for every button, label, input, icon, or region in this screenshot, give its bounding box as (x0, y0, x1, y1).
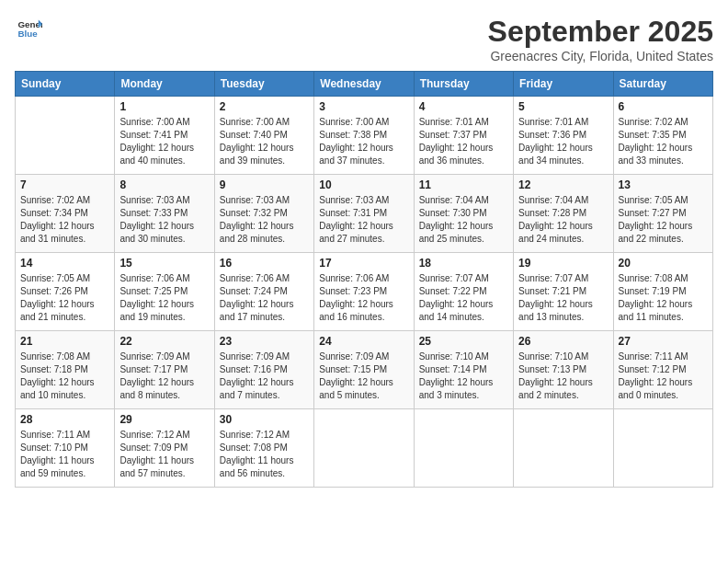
day-number: 23 (220, 335, 309, 348)
calendar-cell: 21Sunrise: 7:08 AM Sunset: 7:18 PM Dayli… (16, 331, 115, 409)
calendar-week-row: 28Sunrise: 7:11 AM Sunset: 7:10 PM Dayli… (16, 409, 713, 488)
calendar-cell: 28Sunrise: 7:11 AM Sunset: 7:10 PM Dayli… (16, 409, 115, 488)
calendar-cell: 17Sunrise: 7:06 AM Sunset: 7:23 PM Dayli… (314, 253, 414, 331)
day-number: 16 (220, 257, 309, 270)
calendar-cell: 26Sunrise: 7:10 AM Sunset: 7:13 PM Dayli… (514, 331, 613, 409)
day-info: Sunrise: 7:06 AM Sunset: 7:25 PM Dayligh… (119, 272, 209, 324)
day-number: 11 (419, 178, 508, 191)
month-title: September 2025 (488, 15, 713, 49)
day-info: Sunrise: 7:04 AM Sunset: 7:30 PM Dayligh… (419, 194, 508, 246)
calendar-cell (514, 409, 613, 488)
calendar-cell: 10Sunrise: 7:03 AM Sunset: 7:31 PM Dayli… (314, 175, 414, 253)
day-info: Sunrise: 7:11 AM Sunset: 7:12 PM Dayligh… (619, 350, 708, 402)
day-number: 26 (518, 335, 608, 348)
day-number: 18 (419, 257, 508, 270)
day-info: Sunrise: 7:10 AM Sunset: 7:13 PM Dayligh… (518, 350, 608, 402)
day-info: Sunrise: 7:08 AM Sunset: 7:19 PM Dayligh… (619, 272, 708, 324)
day-info: Sunrise: 7:06 AM Sunset: 7:24 PM Dayligh… (220, 272, 309, 324)
weekday-header-cell: Sunday (16, 72, 115, 97)
day-info: Sunrise: 7:02 AM Sunset: 7:34 PM Dayligh… (20, 194, 109, 246)
day-number: 22 (119, 335, 209, 348)
day-number: 17 (319, 257, 408, 270)
calendar-cell: 12Sunrise: 7:04 AM Sunset: 7:28 PM Dayli… (514, 175, 613, 253)
calendar-cell: 19Sunrise: 7:07 AM Sunset: 7:21 PM Dayli… (514, 253, 613, 331)
calendar-cell: 24Sunrise: 7:09 AM Sunset: 7:15 PM Dayli… (314, 331, 414, 409)
day-number: 13 (619, 178, 708, 191)
calendar-cell: 18Sunrise: 7:07 AM Sunset: 7:22 PM Dayli… (414, 253, 513, 331)
day-info: Sunrise: 7:07 AM Sunset: 7:21 PM Dayligh… (518, 272, 608, 324)
day-info: Sunrise: 7:00 AM Sunset: 7:40 PM Dayligh… (220, 116, 309, 167)
day-number: 24 (319, 335, 408, 348)
day-number: 9 (220, 178, 309, 191)
day-number: 20 (619, 257, 708, 270)
day-info: Sunrise: 7:05 AM Sunset: 7:26 PM Dayligh… (20, 272, 109, 324)
weekday-header-cell: Saturday (613, 72, 712, 97)
day-number: 27 (619, 335, 708, 348)
calendar-cell: 7Sunrise: 7:02 AM Sunset: 7:34 PM Daylig… (16, 175, 115, 253)
calendar-cell: 29Sunrise: 7:12 AM Sunset: 7:09 PM Dayli… (115, 409, 214, 488)
day-number: 30 (220, 413, 309, 426)
calendar-cell: 27Sunrise: 7:11 AM Sunset: 7:12 PM Dayli… (613, 331, 712, 409)
day-number: 1 (119, 100, 209, 113)
day-number: 25 (419, 335, 508, 348)
day-info: Sunrise: 7:01 AM Sunset: 7:36 PM Dayligh… (518, 116, 608, 167)
location: Greenacres City, Florida, United States (488, 49, 713, 63)
weekday-header-cell: Monday (115, 72, 214, 97)
day-info: Sunrise: 7:04 AM Sunset: 7:28 PM Dayligh… (518, 194, 608, 246)
day-info: Sunrise: 7:05 AM Sunset: 7:27 PM Dayligh… (619, 194, 708, 246)
day-info: Sunrise: 7:01 AM Sunset: 7:37 PM Dayligh… (419, 116, 508, 167)
day-info: Sunrise: 7:03 AM Sunset: 7:33 PM Dayligh… (119, 194, 209, 246)
logo: General Blue (15, 15, 42, 44)
day-info: Sunrise: 7:07 AM Sunset: 7:22 PM Dayligh… (419, 272, 508, 324)
calendar-cell (314, 409, 414, 488)
day-info: Sunrise: 7:10 AM Sunset: 7:14 PM Dayligh… (419, 350, 508, 402)
calendar-cell: 15Sunrise: 7:06 AM Sunset: 7:25 PM Dayli… (115, 253, 214, 331)
calendar-cell: 6Sunrise: 7:02 AM Sunset: 7:35 PM Daylig… (613, 97, 712, 175)
day-number: 28 (20, 413, 109, 426)
day-number: 3 (319, 100, 408, 113)
day-number: 8 (119, 178, 209, 191)
day-info: Sunrise: 7:09 AM Sunset: 7:15 PM Dayligh… (319, 350, 408, 402)
day-number: 14 (20, 257, 109, 270)
weekday-header-cell: Tuesday (214, 72, 313, 97)
day-number: 5 (518, 100, 608, 113)
day-info: Sunrise: 7:00 AM Sunset: 7:38 PM Dayligh… (319, 116, 408, 167)
calendar-cell: 13Sunrise: 7:05 AM Sunset: 7:27 PM Dayli… (613, 175, 712, 253)
calendar-table: SundayMondayTuesdayWednesdayThursdayFrid… (15, 71, 713, 488)
calendar-cell (613, 409, 712, 488)
day-number: 29 (119, 413, 209, 426)
weekday-header-cell: Wednesday (314, 72, 414, 97)
calendar-cell (16, 97, 115, 175)
calendar-cell (414, 409, 513, 488)
calendar-cell: 8Sunrise: 7:03 AM Sunset: 7:33 PM Daylig… (115, 175, 214, 253)
calendar-week-row: 21Sunrise: 7:08 AM Sunset: 7:18 PM Dayli… (16, 331, 713, 409)
weekday-header-cell: Friday (514, 72, 613, 97)
calendar-cell: 16Sunrise: 7:06 AM Sunset: 7:24 PM Dayli… (214, 253, 313, 331)
weekday-header-row: SundayMondayTuesdayWednesdayThursdayFrid… (16, 72, 713, 97)
title-block: September 2025 Greenacres City, Florida,… (488, 15, 713, 63)
day-number: 19 (518, 257, 608, 270)
day-number: 12 (518, 178, 608, 191)
calendar-cell: 9Sunrise: 7:03 AM Sunset: 7:32 PM Daylig… (214, 175, 313, 253)
calendar-cell: 1Sunrise: 7:00 AM Sunset: 7:41 PM Daylig… (115, 97, 214, 175)
day-info: Sunrise: 7:06 AM Sunset: 7:23 PM Dayligh… (319, 272, 408, 324)
day-info: Sunrise: 7:08 AM Sunset: 7:18 PM Dayligh… (20, 350, 109, 402)
calendar-week-row: 14Sunrise: 7:05 AM Sunset: 7:26 PM Dayli… (16, 253, 713, 331)
calendar-cell: 5Sunrise: 7:01 AM Sunset: 7:36 PM Daylig… (514, 97, 613, 175)
day-info: Sunrise: 7:00 AM Sunset: 7:41 PM Dayligh… (119, 116, 209, 167)
day-number: 2 (220, 100, 309, 113)
calendar-cell: 30Sunrise: 7:12 AM Sunset: 7:08 PM Dayli… (214, 409, 313, 488)
day-info: Sunrise: 7:12 AM Sunset: 7:08 PM Dayligh… (220, 429, 309, 480)
day-info: Sunrise: 7:02 AM Sunset: 7:35 PM Dayligh… (619, 116, 708, 167)
svg-text:Blue: Blue (17, 29, 38, 39)
day-info: Sunrise: 7:03 AM Sunset: 7:32 PM Dayligh… (220, 194, 309, 246)
calendar-cell: 25Sunrise: 7:10 AM Sunset: 7:14 PM Dayli… (414, 331, 513, 409)
day-info: Sunrise: 7:09 AM Sunset: 7:17 PM Dayligh… (119, 350, 209, 402)
calendar-cell: 3Sunrise: 7:00 AM Sunset: 7:38 PM Daylig… (314, 97, 414, 175)
calendar-cell: 11Sunrise: 7:04 AM Sunset: 7:30 PM Dayli… (414, 175, 513, 253)
calendar-cell: 23Sunrise: 7:09 AM Sunset: 7:16 PM Dayli… (214, 331, 313, 409)
page-header: General Blue September 2025 Greenacres C… (15, 15, 713, 63)
day-info: Sunrise: 7:12 AM Sunset: 7:09 PM Dayligh… (119, 429, 209, 480)
day-number: 21 (20, 335, 109, 348)
calendar-week-row: 1Sunrise: 7:00 AM Sunset: 7:41 PM Daylig… (16, 97, 713, 175)
